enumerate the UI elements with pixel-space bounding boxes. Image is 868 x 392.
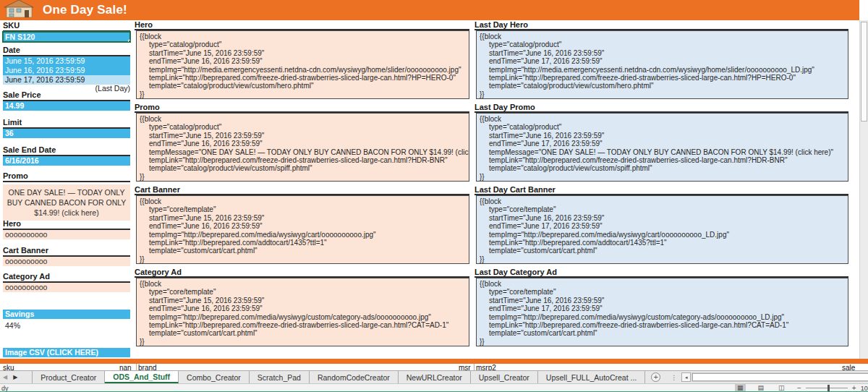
category-ad-section: Category Ad {{block type="core/template"… xyxy=(135,268,469,346)
date-cell-2[interactable]: June 16, 2016 23:59:59 xyxy=(3,66,130,75)
cart-banner-section: Cart Banner {{block type="core/template"… xyxy=(135,185,469,264)
vertical-scrollbar-thumb[interactable] xyxy=(861,22,867,122)
last-day-hero-code-cell[interactable]: {{block type="catalog/product" startTime… xyxy=(476,30,848,99)
sheet-tab-bar: ◀ ▶ Product_Creator ODS_And_Stuff Combo_… xyxy=(0,370,868,383)
savings-value-cell[interactable]: 44% xyxy=(3,321,130,331)
tab-upsell-full-autocreat[interactable]: Upsell_FULL_AutoCreat ... xyxy=(538,371,645,383)
hero-label: Hero xyxy=(3,219,130,230)
prev-sheet-arrow-icon[interactable]: ◀ xyxy=(3,374,7,380)
date-cell-1[interactable]: June 15, 2016 23:59:59 xyxy=(3,56,130,66)
sale-price-label: Sale Price xyxy=(3,90,130,101)
limit-label: Limit xyxy=(3,118,130,129)
zoom-in-button[interactable]: + xyxy=(852,385,856,392)
next-sheet-arrow-icon[interactable]: ▶ xyxy=(13,374,17,380)
hero-value-cell[interactable]: oooooooooo xyxy=(3,230,130,239)
sheet-nav: ◀ ▶ xyxy=(0,371,22,383)
sheet-tabs: Product_Creator ODS_And_Stuff Combo_Crea… xyxy=(32,371,645,383)
tab-newurlcreator[interactable]: NewURLCreator xyxy=(399,371,471,383)
cart-banner-section-title: Cart Banner xyxy=(135,185,469,195)
add-sheet-area: + xyxy=(651,371,660,383)
promo-text-cell[interactable]: ONE DAY SALE! — TODAY ONLY BUY CANNED BA… xyxy=(3,184,130,221)
clipped-cell-msrp2: msrp2 xyxy=(476,364,496,370)
category-ad-section-title: Category Ad xyxy=(135,268,469,278)
sku-label: SKU xyxy=(3,21,130,32)
selection-handle[interactable] xyxy=(128,40,130,42)
hero-section-title: Hero xyxy=(135,20,469,30)
clipped-cell-sku: sku xyxy=(3,364,14,370)
house-icon xyxy=(4,0,34,21)
tab-scratch-pad[interactable]: Scratch_Pad xyxy=(250,371,310,383)
limit-cell[interactable]: 36 xyxy=(3,129,130,138)
zoom-slider-thumb[interactable] xyxy=(827,385,830,391)
zoom-out-button[interactable]: − xyxy=(797,385,801,392)
tab-combo-creator[interactable]: Combo_Creator xyxy=(179,371,250,383)
tab-scrollbar-splitter[interactable]: ⋮ xyxy=(671,371,677,383)
tab-ods-and-stuff[interactable]: ODS_And_Stuff xyxy=(105,371,179,383)
orange-divider-row xyxy=(0,359,868,364)
last-day-hero-section-title: Last Day Hero xyxy=(475,20,848,30)
date-label: Date xyxy=(3,46,130,56)
tab-upsell-creator[interactable]: Upsell_Creator xyxy=(471,371,538,383)
last-day-hero-section: Last Day Hero {{block type="catalog/prod… xyxy=(475,20,848,99)
clipped-cell-sale: sale xyxy=(842,364,855,370)
last-day-cart-banner-code-cell[interactable]: {{block type="core/template" startTime="… xyxy=(476,195,848,264)
savings-header: Savings xyxy=(3,310,130,319)
last-day-category-ad-code-cell[interactable]: {{block type="core/template" startTime="… xyxy=(476,278,848,346)
promo-label: Promo xyxy=(3,171,130,182)
last-day-promo-section: Last Day Promo {{block type="catalog/pro… xyxy=(475,103,848,182)
cart-banner-label: Cart Banner xyxy=(3,246,130,257)
tab-randomcodecreator[interactable]: RandomCodeCreator xyxy=(310,371,399,383)
last-day-promo-section-title: Last Day Promo xyxy=(475,103,848,113)
cart-banner-code-cell[interactable]: {{block type="core/template" startTime="… xyxy=(136,195,469,264)
sale-end-date-label: Sale End Date xyxy=(3,145,130,156)
category-ad-label: Category Ad xyxy=(3,272,130,283)
promo-section-title: Promo xyxy=(135,103,469,113)
vertical-scrollbar[interactable]: ▼ xyxy=(859,20,868,370)
hero-section: Hero {{block type="catalog/product" star… xyxy=(135,20,469,99)
promo-section: Promo {{block type="catalog/product" sta… xyxy=(135,103,469,182)
promo-code-cell[interactable]: {{block type="catalog/product" startTime… xyxy=(136,113,469,182)
hero-code-cell[interactable]: {{block type="catalog/product" startTime… xyxy=(136,30,469,99)
scroll-left-arrow-icon[interactable]: ◂ xyxy=(681,372,691,382)
last-day-category-ad-section-title: Last Day Category Ad xyxy=(475,268,848,278)
spreadsheet-app: One Day Sale! SKU FN S120 Date June 15, … xyxy=(0,0,868,392)
last-day-cart-banner-section: Last Day Cart Banner {{block type="core/… xyxy=(475,185,848,264)
new-sheet-button[interactable]: + xyxy=(651,372,660,382)
gridline xyxy=(474,364,475,370)
zoom-slider[interactable] xyxy=(806,388,848,388)
sku-cell[interactable]: FN S120 xyxy=(3,32,130,42)
clipped-header-row: sku nan brand msr msrp2 sale xyxy=(0,364,868,370)
cart-banner-value-cell[interactable]: oooooooooo xyxy=(3,257,130,266)
page-title: One Day Sale! xyxy=(43,3,127,17)
clipped-cell-msrp: msr xyxy=(459,364,471,370)
category-ad-value-cell[interactable]: oooooooooo xyxy=(3,283,130,292)
last-day-category-ad-section: Last Day Category Ad {{block type="core/… xyxy=(475,268,848,346)
sheet-header-banner: One Day Sale! xyxy=(0,0,859,20)
tab-product-creator[interactable]: Product_Creator xyxy=(32,371,105,383)
horizontal-scrollbar-track[interactable] xyxy=(692,372,868,382)
gridline xyxy=(136,364,137,370)
clipped-cell-name: nan xyxy=(119,364,132,370)
sale-price-cell[interactable]: 14.99 xyxy=(3,101,130,111)
last-day-cart-banner-section-title: Last Day Cart Banner xyxy=(475,185,848,195)
horizontal-scrollbar-thumb[interactable] xyxy=(692,373,868,381)
image-csv-link[interactable]: Image CSV (CLICK HERE) xyxy=(3,348,130,357)
clipped-cell-brand: brand xyxy=(138,364,157,370)
zoom-level[interactable]: 100% xyxy=(861,385,868,392)
last-day-promo-code-cell[interactable]: {{block type="catalog/product" startTime… xyxy=(476,113,848,182)
horizontal-scrollbar: ◂ ▸ xyxy=(681,371,868,383)
sale-end-date-cell[interactable]: 6/16/2016 xyxy=(3,156,130,166)
category-ad-code-cell[interactable]: {{block type="core/template" startTime="… xyxy=(136,278,469,346)
